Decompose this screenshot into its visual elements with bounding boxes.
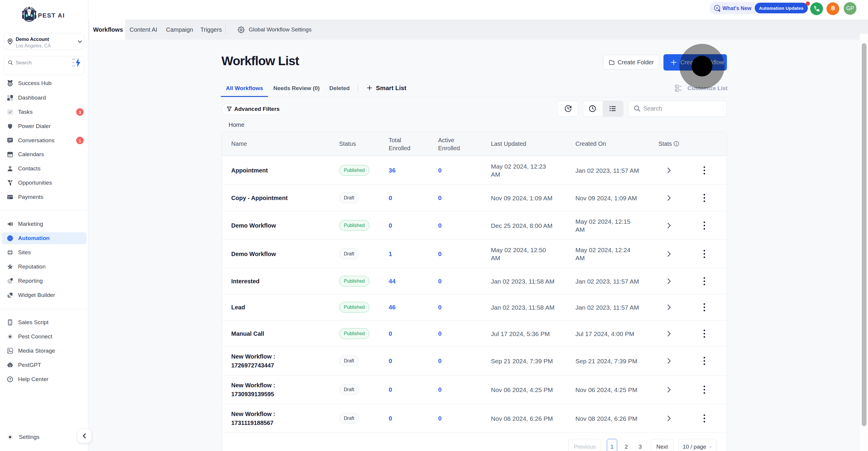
svg-text:?: ? bbox=[9, 378, 11, 381]
